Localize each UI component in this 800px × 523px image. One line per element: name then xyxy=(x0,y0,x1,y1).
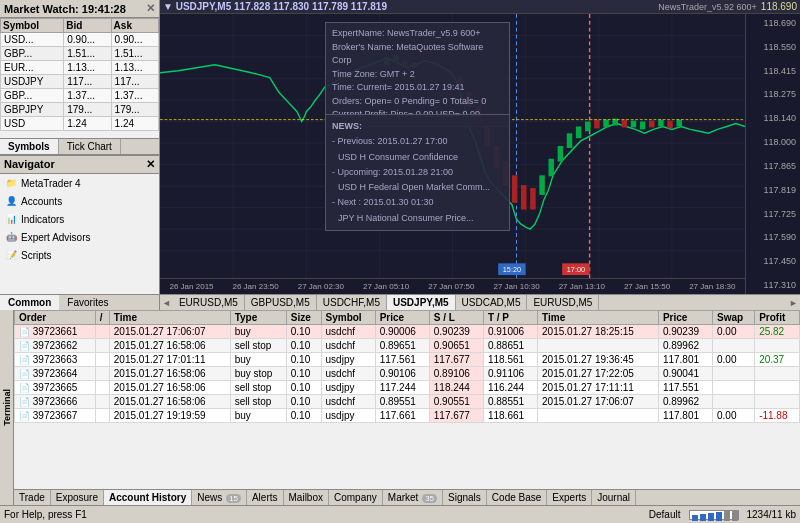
nav-item-label: Accounts xyxy=(21,196,62,207)
order-type: sell stop xyxy=(230,395,286,409)
order-profit xyxy=(755,395,800,409)
bottom-tab-signals[interactable]: Signals xyxy=(443,490,487,505)
chart-tab-usdjpym5[interactable]: USDJPY,M5 xyxy=(387,295,456,310)
chart-tab-usdchfm5[interactable]: USDCHF,M5 xyxy=(317,295,387,310)
news-upcoming: - Upcoming: 2015.01.28 21:00 xyxy=(332,165,503,180)
orders-row[interactable]: 📄 39723662 2015.01.27 16:58:06 sell stop… xyxy=(15,339,800,353)
mw-table: Symbol Bid Ask USD...0.90...0.90...GBP..… xyxy=(0,18,159,131)
time-label: 27 Jan 13:10 xyxy=(559,282,605,291)
price-axis: 118.690118.550118.415118.275118.140118.0… xyxy=(745,14,800,294)
market-watch-close[interactable]: ✕ xyxy=(146,2,155,15)
mw-tab-symbols[interactable]: Symbols xyxy=(0,139,59,154)
order-sl: 0.89106 xyxy=(429,367,483,381)
orders-col-swap: Swap xyxy=(713,311,755,325)
navigator-close[interactable]: ✕ xyxy=(146,158,155,171)
mw-row[interactable]: GBP...1.37...1.37... xyxy=(1,89,159,103)
orders-row[interactable]: 📄 39723664 2015.01.27 16:58:06 buy stop … xyxy=(15,367,800,381)
mw-cell-ask: 0.90... xyxy=(111,33,158,47)
order-symbol: usdjpy xyxy=(321,409,375,423)
svg-rect-60 xyxy=(732,511,738,521)
mw-cell-bid: 1.13... xyxy=(64,61,111,75)
orders-row[interactable]: 📄 39723665 2015.01.27 16:58:06 sell stop… xyxy=(15,381,800,395)
bottom-tab-company[interactable]: Company xyxy=(329,490,383,505)
order-time2 xyxy=(538,409,659,423)
tab-badge: 15 xyxy=(226,494,241,503)
mw-cell-bid: 179... xyxy=(64,103,111,117)
mw-row[interactable]: GBPJPY179...179... xyxy=(1,103,159,117)
mw-tabs: Symbols Tick Chart xyxy=(0,138,159,154)
order-sort xyxy=(95,339,109,353)
bottom-tab-experts[interactable]: Experts xyxy=(547,490,592,505)
nav-tab-common[interactable]: Common xyxy=(0,295,59,310)
mw-tab-tick[interactable]: Tick Chart xyxy=(59,139,121,154)
mw-col-bid: Bid xyxy=(64,19,111,33)
order-price2: 0.90041 xyxy=(658,367,712,381)
mw-row[interactable]: EUR...1.13...1.13... xyxy=(1,61,159,75)
orders-row[interactable]: 📄 39723661 2015.01.27 17:06:07 buy 0.10 … xyxy=(15,325,800,339)
orders-row[interactable]: 📄 39723663 2015.01.27 17:01:11 buy 0.10 … xyxy=(15,353,800,367)
nav-tab-favorites[interactable]: Favorites xyxy=(59,295,116,310)
status-left: For Help, press F1 xyxy=(4,509,87,520)
time-label: 27 Jan 15:50 xyxy=(624,282,670,291)
mw-cell-ask: 117... xyxy=(111,75,158,89)
mw-cell-symbol: USD... xyxy=(1,33,64,47)
main-container: Market Watch: 19:41:28 ✕ Symbol Bid Ask … xyxy=(0,0,800,523)
nav-item[interactable]: 📁MetaTrader 4 xyxy=(0,174,159,192)
nav-item[interactable]: 🤖Expert Advisors xyxy=(0,228,159,246)
order-type: buy xyxy=(230,325,286,339)
order-time: 2015.01.27 17:06:07 xyxy=(109,325,230,339)
orders-row[interactable]: 📄 39723666 2015.01.27 16:58:06 sell stop… xyxy=(15,395,800,409)
chart-tab-left-arrow[interactable]: ◄ xyxy=(160,298,173,308)
bottom-tab-trade[interactable]: Trade xyxy=(14,490,51,505)
mw-row[interactable]: USD1.241.24 xyxy=(1,117,159,131)
price-current: 118.690 xyxy=(761,1,797,12)
orders-row[interactable]: 📄 39723667 2015.01.27 19:19:59 buy 0.10 … xyxy=(15,409,800,423)
order-profit xyxy=(755,339,800,353)
info-time: Time: Current= 2015.01.27 19:41 xyxy=(332,81,503,95)
mw-row[interactable]: USD...0.90...0.90... xyxy=(1,33,159,47)
news-header: NEWS: xyxy=(332,119,503,134)
orders-col-/: / xyxy=(95,311,109,325)
bottom-tab-exposure[interactable]: Exposure xyxy=(51,490,104,505)
svg-rect-55 xyxy=(692,515,698,521)
market-watch-table: Symbol Bid Ask USD...0.90...0.90...GBP..… xyxy=(0,18,159,138)
svg-rect-46 xyxy=(649,121,654,128)
bottom-tab-code-base[interactable]: Code Base xyxy=(487,490,547,505)
nav-item[interactable]: 📊Indicators xyxy=(0,210,159,228)
mw-row[interactable]: GBP...1.51...1.51... xyxy=(1,47,159,61)
chart-tab-usdcadm5[interactable]: USDCAD,M5 xyxy=(456,295,528,310)
order-time: 2015.01.27 19:19:59 xyxy=(109,409,230,423)
order-size: 0.10 xyxy=(286,409,321,423)
mw-row[interactable]: USDJPY117...117... xyxy=(1,75,159,89)
bottom-tab-news[interactable]: News 15 xyxy=(192,490,247,505)
order-symbol: usdchf xyxy=(321,339,375,353)
time-label: 27 Jan 18:30 xyxy=(689,282,735,291)
chart-tab-eurusdm5[interactable]: EURUSD,M5 xyxy=(173,295,245,310)
bottom-tab-market[interactable]: Market 35 xyxy=(383,490,443,505)
order-price: 117.661 xyxy=(375,409,429,423)
order-sl: 0.90651 xyxy=(429,339,483,353)
chart-tab-gbpusdm5[interactable]: GBPUSD,M5 xyxy=(245,295,317,310)
bottom-tab-journal[interactable]: Journal xyxy=(592,490,636,505)
bottom-tab-account-history[interactable]: Account History xyxy=(104,490,192,505)
order-profit xyxy=(755,381,800,395)
chart-tab-eurusdm5[interactable]: EURUSD,M5 xyxy=(527,295,599,310)
order-price: 0.89551 xyxy=(375,395,429,409)
mw-cell-bid: 1.24 xyxy=(64,117,111,131)
order-time2: 2015.01.27 17:11:11 xyxy=(538,381,659,395)
order-price: 0.90006 xyxy=(375,325,429,339)
script-icon: 📝 xyxy=(4,248,18,262)
nav-item[interactable]: 📝Scripts xyxy=(0,246,159,264)
indicator-icon: 📊 xyxy=(4,212,18,226)
order-swap xyxy=(713,395,755,409)
price-label: 118.275 xyxy=(748,89,798,99)
bottom-tab-mailbox[interactable]: Mailbox xyxy=(284,490,329,505)
svg-rect-43 xyxy=(622,120,627,128)
nav-item[interactable]: 👤Accounts xyxy=(0,192,159,210)
chart-tab-right-arrow[interactable]: ► xyxy=(787,298,800,308)
chart-wrapper[interactable]: 15:20 17:00 118.690118.550118.415118.275… xyxy=(160,14,800,294)
time-label: 26 Jan 2015 xyxy=(169,282,213,291)
order-type: buy xyxy=(230,353,286,367)
orders-table-container[interactable]: Order/TimeTypeSizeSymbolPriceS / LT / PT… xyxy=(14,310,800,489)
bottom-tab-alerts[interactable]: Alerts xyxy=(247,490,284,505)
